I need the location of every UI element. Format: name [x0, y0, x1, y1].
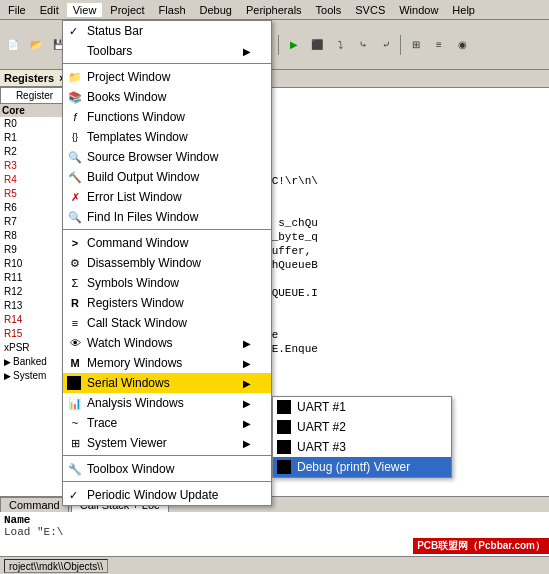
menu-flash[interactable]: Flash — [153, 3, 192, 17]
sidebar-header: Registers × — [0, 70, 69, 87]
submenu-uart1[interactable]: UART #1 — [273, 397, 451, 417]
menu-toolbox-window[interactable]: 🔧 Toolbox Window — [63, 459, 271, 479]
tree-core-header[interactable]: Core — [0, 104, 69, 117]
reg-item-r4[interactable]: R4 — [0, 173, 69, 187]
toolbar-stepover[interactable]: ⤷ — [352, 34, 374, 56]
reg-item-r2[interactable]: R2 — [0, 145, 69, 159]
bottom-command-text: Load "E:\ — [4, 526, 545, 538]
memory-arrow-icon: ▶ — [235, 358, 251, 369]
menu-call-stack[interactable]: ≡ Call Stack Window — [63, 313, 271, 333]
watch-icon: 👁 — [67, 335, 83, 351]
menu-project-window[interactable]: 📁 Project Window — [63, 67, 271, 87]
sep1 — [63, 63, 271, 65]
menu-window[interactable]: Window — [393, 3, 444, 17]
reg-item-r14[interactable]: R14 — [0, 313, 69, 327]
reg-item-r3[interactable]: R3 — [0, 159, 69, 173]
toolbar-new[interactable]: 📄 — [2, 34, 24, 56]
menu-peripherals[interactable]: Peripherals — [240, 3, 308, 17]
menu-trace[interactable]: ~ Trace ▶ — [63, 413, 271, 433]
submenu-debug-printf-viewer[interactable]: Debug (printf) Viewer — [273, 457, 451, 477]
menu-symbols[interactable]: Σ Symbols Window — [63, 273, 271, 293]
menu-watch-windows[interactable]: 👁 Watch Windows ▶ — [63, 333, 271, 353]
reg-item-r5[interactable]: R5 — [0, 187, 69, 201]
menu-system-viewer[interactable]: ⊞ System Viewer ▶ — [63, 433, 271, 453]
toolbar-open[interactable]: 📂 — [25, 34, 47, 56]
toolbar-extra3[interactable]: ◉ — [451, 34, 473, 56]
submenu-uart2[interactable]: UART #2 — [273, 417, 451, 437]
callstack-icon: ≡ — [67, 315, 83, 331]
toolbar-stepout[interactable]: ⤶ — [375, 34, 397, 56]
reg-item-r11[interactable]: R11 — [0, 271, 69, 285]
arrow-icon: ▶ — [235, 46, 251, 57]
reg-item-r9[interactable]: R9 — [0, 243, 69, 257]
sidebar-banked[interactable]: ▶ Banked — [0, 355, 69, 369]
menu-debug[interactable]: Debug — [194, 3, 238, 17]
toolbar-step[interactable]: ⤵ — [329, 34, 351, 56]
menu-view[interactable]: View — [67, 3, 103, 17]
menu-build-output[interactable]: 🔨 Build Output Window — [63, 167, 271, 187]
sysviewer-icon: ⊞ — [67, 435, 83, 451]
menu-edit[interactable]: Edit — [34, 3, 65, 17]
menu-error-list[interactable]: ✗ Error List Window — [63, 187, 271, 207]
analysis-arrow-icon: ▶ — [235, 398, 251, 409]
reg-item-r0[interactable]: R0 — [0, 117, 69, 131]
printf-icon — [277, 460, 291, 474]
sysviewer-arrow-icon: ▶ — [235, 438, 251, 449]
sidebar: Registers × Register Core R0R1R2R3R4R5R6… — [0, 70, 70, 496]
menu-disassembly[interactable]: ⚙ Disassembly Window — [63, 253, 271, 273]
status-path: roject\\mdk\\Objects\\ — [4, 559, 108, 573]
reg-item-r6[interactable]: R6 — [0, 201, 69, 215]
disasm-icon: ⚙ — [67, 255, 83, 271]
toolbar-extra1[interactable]: ⊞ — [405, 34, 427, 56]
reg-item-r1[interactable]: R1 — [0, 131, 69, 145]
menu-serial-windows[interactable]: Serial Windows ▶ — [63, 373, 271, 393]
reg-item-xpsr[interactable]: xPSR — [0, 341, 69, 355]
menu-project[interactable]: Project — [104, 3, 150, 17]
sidebar-tabs: Register — [0, 87, 69, 104]
build-icon: 🔨 — [67, 169, 83, 185]
registers-icon: R — [67, 295, 83, 311]
menu-svcs[interactable]: SVCS — [349, 3, 391, 17]
view-menu-popup: ✓ Status Bar Toolbars ▶ 📁 Project Window… — [62, 20, 272, 506]
sidebar-tab-register[interactable]: Register — [0, 87, 69, 104]
uart3-icon — [277, 440, 291, 454]
menubar: File Edit View Project Flash Debug Perip… — [0, 0, 549, 20]
reg-item-r7[interactable]: R7 — [0, 215, 69, 229]
sep4 — [63, 481, 271, 483]
toolbar-run[interactable]: ▶ — [283, 34, 305, 56]
menu-find-in-files[interactable]: 🔍 Find In Files Window — [63, 207, 271, 227]
check-periodic-icon: ✓ — [69, 489, 78, 502]
menu-file[interactable]: File — [2, 3, 32, 17]
menu-books-window[interactable]: 📚 Books Window — [63, 87, 271, 107]
menu-command-window[interactable]: > Command Window — [63, 233, 271, 253]
toolbar-extra2[interactable]: ≡ — [428, 34, 450, 56]
command-icon: > — [67, 235, 83, 251]
submenu-uart3[interactable]: UART #3 — [273, 437, 451, 457]
menu-source-browser[interactable]: 🔍 Source Browser Window — [63, 147, 271, 167]
statusbar: roject\\mdk\\Objects\\ — [0, 556, 549, 574]
serial-icon — [67, 376, 81, 390]
reg-item-r10[interactable]: R10 — [0, 257, 69, 271]
menu-help[interactable]: Help — [446, 3, 481, 17]
menu-periodic-update[interactable]: ✓ Periodic Window Update — [63, 485, 271, 505]
reg-item-r15[interactable]: R15 — [0, 327, 69, 341]
menu-functions-window[interactable]: f Functions Window — [63, 107, 271, 127]
reg-item-r12[interactable]: R12 — [0, 285, 69, 299]
menu-templates-window[interactable]: {} Templates Window — [63, 127, 271, 147]
functions-icon: f — [67, 109, 83, 125]
serial-submenu-popup: UART #1 UART #2 UART #3 Debug (printf) V… — [272, 396, 452, 478]
watermark: PCB联盟网（Pcbbar.com） — [413, 538, 549, 554]
menu-analysis-windows[interactable]: 📊 Analysis Windows ▶ — [63, 393, 271, 413]
sidebar-system[interactable]: ▶ System — [0, 369, 69, 383]
menu-status-bar[interactable]: ✓ Status Bar — [63, 21, 271, 41]
menu-toolbars[interactable]: Toolbars ▶ — [63, 41, 271, 61]
bottom-name-header: Name — [4, 514, 545, 526]
menu-memory-windows[interactable]: M Memory Windows ▶ — [63, 353, 271, 373]
toolbox-icon: 🔧 — [67, 461, 83, 477]
reg-item-r8[interactable]: R8 — [0, 229, 69, 243]
tab-command[interactable]: Command — [0, 497, 69, 512]
menu-tools[interactable]: Tools — [310, 3, 348, 17]
menu-registers[interactable]: R Registers Window — [63, 293, 271, 313]
reg-item-r13[interactable]: R13 — [0, 299, 69, 313]
toolbar-stop[interactable]: ⬛ — [306, 34, 328, 56]
